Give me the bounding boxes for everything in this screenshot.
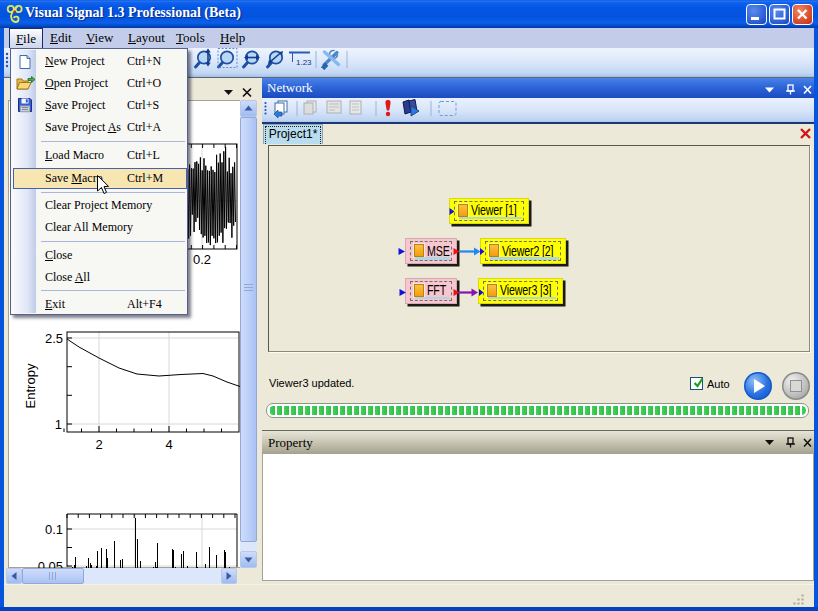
svg-text:1: 1 (55, 417, 62, 432)
svg-text:2.5: 2.5 (45, 331, 63, 346)
svg-text:0.2: 0.2 (193, 252, 211, 267)
svg-text:2: 2 (95, 437, 102, 452)
svg-text:1.23: 1.23 (296, 58, 312, 67)
svg-text:Entropy: Entropy (23, 363, 38, 408)
svg-text:0.1: 0.1 (45, 522, 63, 537)
svg-text:4: 4 (165, 437, 172, 452)
